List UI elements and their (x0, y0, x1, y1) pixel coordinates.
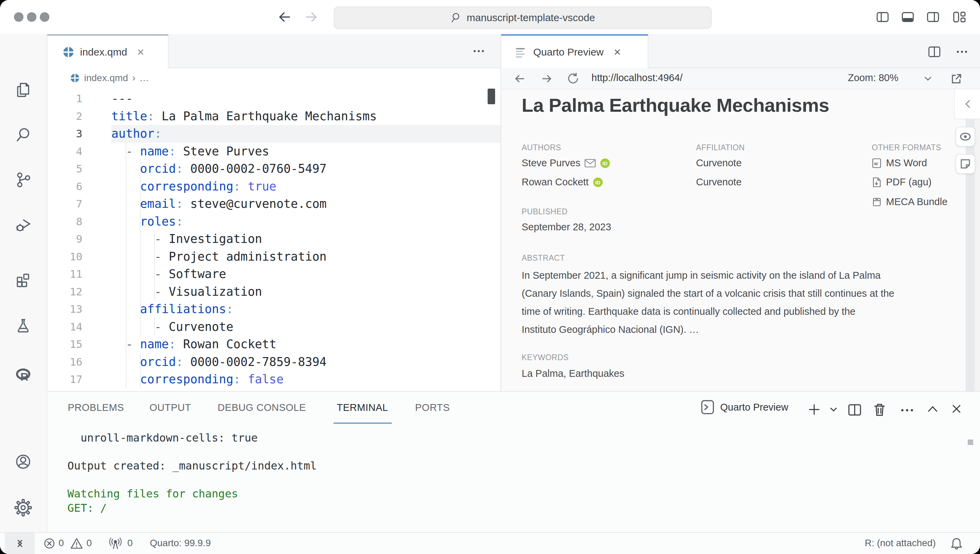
panel-tab-terminal[interactable]: TERMINAL (337, 402, 388, 413)
line-number: 6 (47, 178, 83, 196)
maximize-panel-chevron-icon[interactable] (926, 405, 939, 413)
code-line-16[interactable]: 16 orcid: 0000-0002-7859-8394 (47, 353, 501, 371)
traffic-light-minimize-button[interactable] (27, 12, 37, 22)
eye-icon (959, 131, 972, 142)
code-line-2[interactable]: 2title: La Palma Earthquake Mechanisms (47, 108, 501, 125)
settings-gear-icon[interactable] (14, 498, 32, 517)
search-icon (450, 12, 462, 24)
traffic-light-zoom-button[interactable] (40, 12, 49, 22)
code-line-7[interactable]: 7 email: steve@curvenote.com (47, 195, 501, 213)
preview-reload-icon[interactable] (566, 72, 579, 85)
orcid-icon[interactable]: iD (593, 177, 603, 187)
line-number: 3 (47, 125, 83, 143)
annotation-widget-button[interactable] (956, 154, 975, 174)
history-back-button[interactable] (277, 10, 293, 24)
format-link-meca[interactable]: MECA Bundle (872, 196, 948, 208)
toggle-panel-icon[interactable] (901, 10, 915, 24)
code-line-1[interactable]: 1--- (47, 90, 501, 108)
code-line-12[interactable]: 12 - Visualization (47, 283, 501, 301)
code-line-14[interactable]: 14 - Curvenote (47, 318, 501, 336)
abstract-label: ABSTRACT (522, 254, 565, 263)
new-terminal-icon[interactable] (807, 403, 821, 416)
close-tab-icon[interactable] (612, 47, 622, 57)
panel-tab-ports[interactable]: PORTS (415, 402, 450, 413)
format-link-pdf[interactable]: PDF (agu) (872, 177, 932, 188)
panel-tab-output[interactable]: OUTPUT (150, 402, 191, 413)
warnings-icon[interactable] (70, 537, 83, 549)
visibility-widget-button[interactable] (956, 127, 975, 147)
code-line-11[interactable]: 11 - Software (47, 265, 501, 283)
split-editor-icon[interactable] (928, 46, 941, 58)
preview-more-actions-icon[interactable] (953, 48, 971, 56)
warnings-count[interactable]: 0 (86, 538, 92, 549)
code-line-6[interactable]: 6 corresponding: true (47, 178, 501, 196)
history-forward-button[interactable] (303, 10, 320, 24)
account-icon[interactable] (14, 452, 32, 471)
breadcrumb-symbol[interactable]: … (140, 73, 149, 83)
close-panel-icon[interactable] (950, 403, 963, 415)
terminal-line: unroll-markdown-cells: true (67, 431, 258, 444)
panel-tab-debug-console[interactable]: DEBUG CONSOLE (218, 402, 306, 413)
broadcast-count[interactable]: 0 (127, 538, 133, 549)
traffic-light-close-button[interactable] (14, 12, 24, 22)
tab-quarto-preview[interactable]: Quarto Preview (501, 34, 648, 68)
errors-icon[interactable] (44, 538, 55, 549)
preview-back-icon[interactable] (514, 73, 526, 85)
toggle-secondary-sidebar-icon[interactable] (926, 10, 940, 24)
code-line-17[interactable]: 17 corresponding: false (47, 371, 501, 388)
run-debug-icon[interactable] (14, 215, 32, 233)
explorer-files-icon[interactable] (14, 81, 32, 99)
chevron-down-icon[interactable] (923, 76, 933, 83)
notifications-bell-icon[interactable] (950, 537, 963, 551)
split-terminal-icon[interactable] (848, 403, 862, 416)
editor-group: index.qmd index.qmd › … 1---2title: La P… (47, 34, 501, 391)
email-icon[interactable] (584, 159, 596, 168)
remote-indicator[interactable] (5, 533, 35, 554)
source-control-icon[interactable] (14, 170, 32, 189)
open-external-icon[interactable] (950, 72, 963, 85)
zoom-level-label[interactable]: Zoom: 80% (848, 72, 898, 83)
panel-more-actions-icon[interactable] (898, 407, 916, 414)
code-line-10[interactable]: 10 - Project administration (47, 248, 501, 266)
line-number: 16 (47, 353, 83, 371)
preview-forward-icon[interactable] (541, 73, 553, 85)
breadcrumb-file[interactable]: index.qmd (84, 73, 128, 83)
r-session-status[interactable]: R: (not attached) (865, 538, 936, 549)
errors-count[interactable]: 0 (59, 538, 64, 549)
published-date: September 28, 2023 (522, 222, 611, 233)
code-editor[interactable]: 1---2title: La Palma Earthquake Mechanis… (47, 90, 501, 388)
testing-beaker-icon[interactable] (14, 317, 32, 335)
code-line-8[interactable]: 8 roles: (47, 213, 501, 231)
customize-layout-icon[interactable] (952, 10, 967, 24)
code-line-5[interactable]: 5 orcid: 0000-0002-0760-5497 (47, 160, 501, 178)
ports-broadcast-icon[interactable] (108, 537, 123, 550)
kill-terminal-trash-icon[interactable] (873, 403, 886, 417)
code-line-3[interactable]: 3author: (47, 125, 501, 143)
titlebar: manuscript-template-vscode (0, 0, 980, 35)
preview-url[interactable]: http://localhost:4964/ (592, 72, 683, 83)
collapse-sidebar-widget[interactable] (954, 89, 980, 119)
code-line-13[interactable]: 13 affiliations: (47, 300, 501, 318)
code-line-9[interactable]: 9 - Investigation (47, 230, 501, 248)
quarto-version[interactable]: Quarto: 99.9.9 (150, 538, 211, 549)
r-language-icon[interactable]: R (14, 366, 32, 384)
code-line-4[interactable]: 4 - name: Steve Purves (47, 143, 501, 160)
terminal-dropdown-chevron-icon[interactable] (829, 407, 839, 413)
line-number: 4 (47, 143, 83, 160)
search-sidebar-icon[interactable] (14, 126, 32, 144)
terminal-instance-chip[interactable]: Quarto Preview (700, 399, 788, 415)
code-line-15[interactable]: 15 - name: Rowan Cockett (47, 335, 501, 353)
keywords-label: KEYWORDS (522, 353, 569, 362)
format-link-msword[interactable]: w MS Word (872, 157, 927, 169)
panel-tab-problems[interactable]: PROBLEMS (68, 402, 124, 413)
close-tab-icon[interactable] (136, 47, 145, 57)
editor-more-actions-icon[interactable] (469, 46, 488, 56)
terminal-scrollbar-thumb[interactable] (968, 439, 973, 445)
command-center-search[interactable]: manuscript-template-vscode (334, 6, 712, 29)
tab-index-qmd[interactable]: index.qmd (47, 34, 169, 68)
extensions-icon[interactable] (14, 271, 32, 290)
format-label: PDF (agu) (886, 177, 932, 188)
toggle-primary-sidebar-icon[interactable] (876, 10, 889, 24)
orcid-icon[interactable]: iD (600, 158, 610, 168)
search-label: manuscript-template-vscode (467, 12, 595, 24)
